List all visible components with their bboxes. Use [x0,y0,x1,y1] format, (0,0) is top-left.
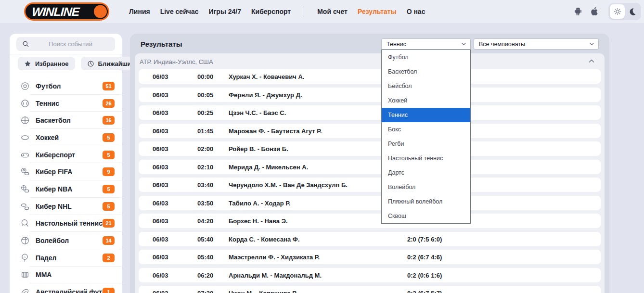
match-players: Марожан Ф. - Баутиста Агут Р. [229,127,322,135]
apple-app-icon[interactable] [588,5,601,18]
sport-count-badge: 51 [103,82,115,90]
dropdown-option[interactable]: Регби [382,137,470,151]
android-app-icon[interactable] [572,5,584,18]
match-result-row[interactable]: 06/03 00:00 Хуркач Х. - Ковачевич А. [139,69,601,84]
dropdown-option[interactable]: Пляжный волейбол [382,194,470,209]
sidebar-sport-item[interactable]: Хоккей 5 [10,129,122,146]
nav-item[interactable]: Игры 24/7 [208,8,241,15]
collapse-section-button[interactable] [588,58,596,65]
nav-item[interactable]: Live сейчас [160,8,199,15]
sidebar-sport-item[interactable]: Киберспорт 5 [10,146,122,164]
sidebar-sport-item[interactable]: Кибер NBA 5 [10,180,122,198]
match-result-row[interactable]: 06/03 07:20 Чжан М. - Копршива В. 0:2 (6… [139,286,601,293]
mma-icon [20,270,30,280]
dropdown-option[interactable]: Настольный теннис [382,151,470,166]
sport-count-badge: 2 [103,254,115,262]
sport-label: Падел [36,254,56,262]
sidebar-sport-item[interactable]: Настольный теннис 21 [10,215,122,232]
match-result-row[interactable]: 06/03 06:20 Арнальди М. - Макдональд М. … [139,268,601,282]
match-players: Хуркач Х. - Ковачевич А. [229,73,304,80]
dropdown-option[interactable]: Теннис [382,108,470,122]
match-result-row[interactable]: 06/03 04:20 Борхес Н. - Нава Э. [139,214,601,228]
star-icon [24,60,31,67]
nav-item[interactable]: Мой счет [317,8,348,15]
sport-label: Киберспорт [36,151,75,159]
sidebar: Избранное Ближайшие Футбол 51 Теннис 26 … [10,34,122,293]
sidebar-sport-item[interactable]: MMA [10,267,122,284]
sidebar-sport-item[interactable]: Баскетбол 16 [10,112,122,129]
page-title: Результаты [141,40,182,48]
sidebar-sport-item[interactable]: Футбол 51 [10,77,122,95]
match-time: 02:10 [197,164,213,171]
dropdown-option[interactable]: Бокс [382,122,470,137]
sidebar-sport-item[interactable]: Кибер NHL 5 [10,198,122,215]
dropdown-option[interactable]: Хоккей [382,93,470,108]
esports-icon [20,150,30,160]
match-date: 06/03 [153,200,168,207]
match-result-row[interactable]: 06/03 00:25 Цзэн Ч.С. - Баэс С. [139,105,601,120]
match-result-row[interactable]: 06/03 03:40 Черундоло Х.М. - Ван Де Занд… [139,178,601,192]
match-result-row[interactable]: 06/03 03:50 Табило А. - Ходар Р. [139,196,601,210]
match-time: 07:20 [197,290,213,293]
sidebar-divider [10,54,122,54]
aussie-rules-icon [20,287,30,293]
sport-select[interactable]: Теннис [381,38,471,50]
cyber-nba-icon [20,184,30,194]
match-date: 06/03 [153,236,168,243]
sun-icon [613,7,622,16]
sport-dropdown: ФутболБаскетболБейсболХоккейТеннисБоксРе… [381,50,471,224]
match-players: Табило А. - Ходар Р. [229,200,291,207]
match-players: Цзэн Ч.С. - Баэс С. [229,109,286,116]
match-time: 00:00 [197,73,213,80]
search-input[interactable] [31,37,110,51]
dropdown-option[interactable]: Футбол [382,50,470,64]
match-time: 00:05 [197,91,213,99]
dropdown-option[interactable]: Дартс [382,166,470,180]
sports-list: Футбол 51 Теннис 26 Баскетбол 16 Хоккей … [10,77,122,293]
sport-count-badge: 5 [103,202,115,211]
main-nav-group: ЛинияLive сейчасИгры 24/7Киберспорт [129,8,291,15]
event-search[interactable] [16,37,115,51]
match-result-row[interactable]: 06/03 05:40 Корда С. - Комесана Ф. 2:0 (… [139,232,601,246]
sport-count-badge: 5 [103,185,115,193]
sport-count-badge: 16 [103,116,115,125]
basketball-icon [20,115,30,125]
match-result-row[interactable]: 06/03 05:40 Маэстрелли Ф. - Хидзиката Р.… [139,250,601,264]
nav-item[interactable]: Результаты [358,8,397,15]
sidebar-sport-item[interactable]: Теннис 26 [10,95,122,112]
match-players: Корда С. - Комесана Ф. [229,236,300,243]
sidebar-sport-item[interactable]: Волейбол 14 [10,232,122,249]
dropdown-option[interactable]: Волейбол [382,180,470,194]
match-result-row[interactable]: 06/03 02:10 Мерида Д. - Микельсен А. [139,160,601,174]
nav-item[interactable]: Киберспорт [251,8,291,15]
sidebar-sport-item[interactable]: Падел 2 [10,249,122,267]
favorites-button[interactable]: Избранное [18,57,75,70]
match-players: Фернли Я. - Джумхур Д. [229,91,302,99]
dropdown-option[interactable]: Сквош [382,209,470,223]
dark-theme-button[interactable] [625,4,640,19]
light-theme-button[interactable] [610,4,625,19]
match-time: 03:50 [197,200,213,207]
dropdown-option[interactable]: Баскетбол [382,64,470,79]
championship-select[interactable]: Все чемпионаты [474,38,599,50]
winline-logo-text: WINLINE [25,5,80,19]
match-result-row[interactable]: 06/03 02:00 Ройер В. - Бонзи Б. [139,141,601,156]
dropdown-option[interactable]: Бейсбол [382,79,470,93]
match-time: 06:20 [197,272,213,279]
winline-logo[interactable]: WINLINE [24,2,109,21]
clock-icon [87,60,94,67]
match-result-row[interactable]: 06/03 00:05 Фернли Я. - Джумхур Д. [139,88,601,102]
nav-item[interactable]: Линия [129,8,150,15]
sidebar-sport-item[interactable]: Австралийский футбол 1 [10,283,122,293]
match-time: 03:40 [197,181,213,189]
search-icon [22,40,29,48]
theme-toggle[interactable] [608,3,641,20]
sidebar-sport-item[interactable]: Кибер FIFA 9 [10,163,122,180]
match-time: 02:00 [197,145,213,153]
match-result-row[interactable]: 06/03 01:45 Марожан Ф. - Баутиста Агут Р… [139,124,601,138]
nav-item[interactable]: О нас [407,8,425,15]
match-date: 06/03 [153,109,168,116]
nav-divider [304,6,304,17]
match-date: 06/03 [153,272,168,279]
match-players: Ройер В. - Бонзи Б. [229,145,288,153]
